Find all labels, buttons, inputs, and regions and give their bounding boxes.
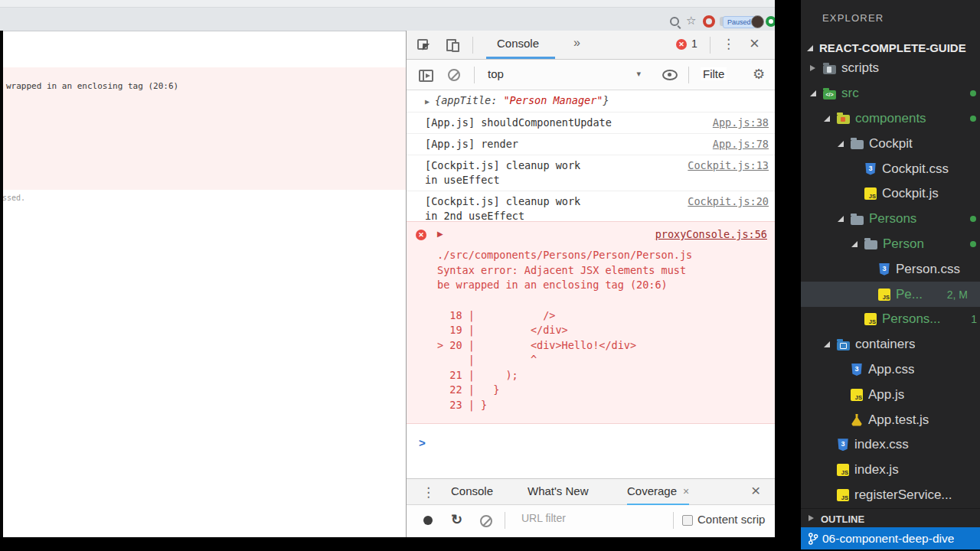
bookmark-star-icon[interactable]: ☆ <box>686 15 696 26</box>
error-text: ./src/components/Persons/Person/Person.j… <box>437 248 697 293</box>
chevron-expanded-icon <box>824 116 830 122</box>
drawer-tab-whats-new[interactable]: What's New <box>528 479 589 504</box>
divider <box>474 67 475 83</box>
workspace-title: REACT-COMPLETE-GUIDE <box>819 41 966 54</box>
more-tabs-icon[interactable]: » <box>573 36 580 50</box>
css-file-icon: 3 <box>851 364 863 376</box>
file-label: Persons <box>869 211 916 227</box>
drawer-tab-console[interactable]: Console <box>451 479 493 504</box>
file-label: Pe... <box>896 287 923 302</box>
console-error-message[interactable]: ✕ ▶ proxyConsole.js:56 ./src/components/… <box>407 221 775 424</box>
folder-icon <box>864 240 877 249</box>
live-expression-eye-icon[interactable] <box>662 70 678 80</box>
tree-item-persons[interactable]: Persons <box>801 207 980 232</box>
js-file-icon <box>864 313 877 325</box>
reload-icon[interactable]: ↻ <box>451 511 462 528</box>
extension-green-icon[interactable] <box>766 16 775 27</box>
url-filter-input[interactable] <box>520 511 668 525</box>
console-source-link[interactable]: App.js:38 <box>713 116 769 130</box>
tab-console[interactable]: Console <box>497 37 539 50</box>
status-bar[interactable]: 06-component-deep-dive <box>801 527 980 549</box>
expand-arrow-icon[interactable]: ▶ <box>437 230 443 238</box>
console-message[interactable]: ▶{appTitle: "Person Manager"} <box>407 90 775 112</box>
twistie[interactable] <box>824 116 837 122</box>
tree-item-src[interactable]: </>src <box>801 81 980 106</box>
console-prompt-icon[interactable]: > <box>419 436 426 449</box>
tree-item-registerservice-[interactable]: registerService... <box>801 483 980 508</box>
twistie[interactable] <box>851 241 864 247</box>
console-message[interactable]: App.js:78[App.js] render <box>407 134 775 155</box>
tree-item-app-css[interactable]: 3App.css <box>801 357 980 383</box>
folder-icon <box>851 216 864 225</box>
git-modified-dot <box>970 116 976 122</box>
tree-item-scripts[interactable]: scripts <box>801 56 980 81</box>
twistie[interactable] <box>810 65 823 71</box>
kebab-menu-icon[interactable]: ⋮ <box>722 36 735 52</box>
console-message-text: [App.js] shouldComponentUpdate <box>425 116 612 129</box>
close-devtools-icon[interactable]: × <box>750 34 760 54</box>
error-count[interactable]: 1 <box>691 37 697 50</box>
error-source-link[interactable]: proxyConsole.js:56 <box>655 228 767 240</box>
chevron-expanded-icon <box>824 341 830 347</box>
tree-item-cockpit-css[interactable]: 3Cockpit.css <box>801 156 980 181</box>
console-message[interactable]: Cockpit.js:13[Cockpit.js] cleanup work i… <box>407 155 775 191</box>
avatar[interactable] <box>751 15 764 28</box>
js-file-icon <box>878 289 890 301</box>
clear-coverage-icon[interactable] <box>480 515 492 527</box>
divider <box>688 67 689 83</box>
zoom-icon[interactable] <box>670 17 679 26</box>
drawer-tab-coverage[interactable]: Coverage× <box>627 479 689 506</box>
close-drawer-icon[interactable]: × <box>751 481 760 500</box>
tree-item-components[interactable]: components <box>801 106 980 132</box>
tree-item-index-css[interactable]: 3index.css <box>801 432 980 458</box>
tree-item-person-css[interactable]: 3Person.css <box>801 256 980 282</box>
git-branch-icon <box>807 532 819 546</box>
filter-input[interactable]: Filte <box>701 67 727 80</box>
tree-item-cockpit[interactable]: Cockpit <box>801 131 980 156</box>
file-label: registerService... <box>854 487 952 503</box>
css-file-icon: 3 <box>878 263 890 276</box>
devtools-header: Console » ✕ 1 ⋮ × <box>407 31 775 60</box>
file-label: App.test.js <box>868 412 929 428</box>
settings-gear-icon[interactable]: ⚙ <box>753 66 765 83</box>
outline-section-header[interactable]: OUTLINE <box>801 508 980 528</box>
tree-item-index-js[interactable]: index.js <box>801 458 980 483</box>
problems-badge: 1 <box>971 313 977 325</box>
twistie[interactable] <box>838 141 851 147</box>
tree-item-cockpit-js[interactable]: Cockpit.js <box>801 181 980 207</box>
twistie[interactable] <box>824 341 837 347</box>
console-source-link[interactable]: Cockpit.js:13 <box>688 158 769 173</box>
context-selector[interactable]: top ▾ <box>488 67 641 81</box>
twistie[interactable] <box>838 216 851 222</box>
inspect-element-icon[interactable] <box>417 38 430 51</box>
tree-item-app-js[interactable]: App.js <box>801 382 980 407</box>
console-message[interactable]: App.js:38[App.js] shouldComponentUpdate <box>407 112 775 134</box>
device-toolbar-icon[interactable] <box>446 39 459 51</box>
file-label: App.js <box>868 387 904 403</box>
folder-icon <box>851 140 864 149</box>
tree-item-app-test-js[interactable]: App.test.js <box>801 407 980 432</box>
tree-item-person[interactable]: Person <box>801 232 980 257</box>
drawer-kebab-icon[interactable]: ⋮ <box>422 484 435 500</box>
folder-scripts-icon <box>823 65 836 74</box>
css-file-icon: 3 <box>864 163 877 175</box>
close-coverage-tab-icon[interactable]: × <box>683 485 689 497</box>
tree-item-pe-[interactable]: Pe...2, M <box>801 282 980 307</box>
error-count-icon[interactable]: ✕ <box>676 39 687 50</box>
console-source-link[interactable]: App.js:78 <box>713 137 769 152</box>
console-message-text: [App.js] render <box>425 138 518 150</box>
vscode-explorer: EXPLORER REACT-COMPLETE-GUIDE scripts</>… <box>801 0 980 551</box>
extension-red-icon[interactable] <box>703 15 715 28</box>
file-label: index.js <box>854 462 899 478</box>
tree-item-containers[interactable]: containers <box>801 332 980 357</box>
expand-arrow-icon[interactable]: ▶ <box>425 97 430 106</box>
overlay-error-text: wrapped in an enclosing tag (20:6) <box>6 81 178 91</box>
console-sidebar-icon[interactable] <box>419 70 433 82</box>
console-source-link[interactable]: Cockpit.js:20 <box>688 194 769 209</box>
content-scripts-checkbox[interactable] <box>682 515 693 526</box>
twistie[interactable] <box>810 90 823 96</box>
tree-item-persons-[interactable]: Persons...1 <box>801 307 980 332</box>
clear-console-icon[interactable] <box>448 69 460 81</box>
record-coverage-icon[interactable] <box>423 516 433 525</box>
console-toolbar: top ▾ Filte ⚙ <box>407 60 775 90</box>
